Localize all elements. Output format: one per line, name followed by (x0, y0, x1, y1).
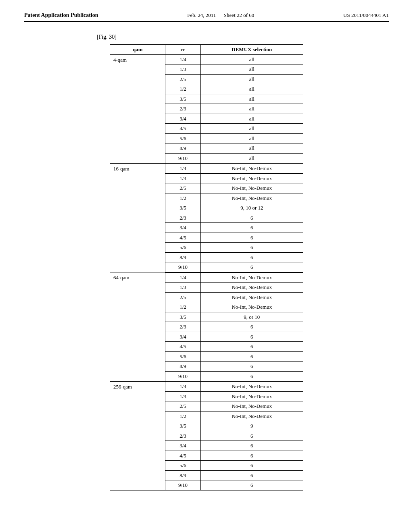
col-qam-header: qam (110, 45, 165, 55)
demux-cell: 6 (200, 322, 303, 332)
demux-cell: all (200, 64, 303, 75)
qam-cell: 256-qam (110, 381, 165, 490)
cr-cell: 8/9 (165, 362, 200, 372)
demux-cell: 6 (200, 243, 303, 253)
demux-cell: 6 (200, 461, 303, 471)
demux-cell: 6 (200, 441, 303, 451)
cr-cell: 1/3 (165, 64, 200, 75)
cr-cell: 1/3 (165, 283, 200, 293)
demux-cell: No-Int, No-Demux (200, 302, 303, 312)
cr-cell: 2/5 (165, 292, 200, 302)
cr-cell: 2/5 (165, 74, 200, 84)
qam-cell: 64-qam (110, 272, 165, 382)
cr-cell: 2/3 (165, 322, 200, 332)
demux-cell: No-Int, No-Demux (200, 272, 303, 283)
qam-cell: 4-qam (110, 54, 165, 163)
demux-cell: all (200, 84, 303, 94)
col-demux-header: DEMUX selection (200, 45, 303, 55)
demux-cell: No-Int, No-Demux (200, 173, 303, 183)
demux-cell: all (200, 153, 303, 163)
cr-cell: 8/9 (165, 252, 200, 262)
demux-cell: 6 (200, 431, 303, 441)
cr-cell: 3/5 (165, 203, 200, 213)
table-row: 4-qam1/4all (110, 54, 303, 64)
cr-cell: 2/5 (165, 401, 200, 411)
demux-cell: 6 (200, 480, 303, 490)
demux-cell: No-Int, No-Demux (200, 292, 303, 302)
demux-cell: 6 (200, 470, 303, 480)
demux-cell: No-Int, No-Demux (200, 163, 303, 173)
cr-cell: 5/6 (165, 461, 200, 471)
cr-cell: 5/6 (165, 351, 200, 362)
demux-cell: No-Int, No-Demux (200, 401, 303, 411)
cr-cell: 1/4 (165, 381, 200, 391)
cr-cell: 8/9 (165, 470, 200, 480)
qam-cell: 16-qam (110, 163, 165, 272)
cr-cell: 3/5 (165, 94, 200, 104)
page-header: Patent Application Publication Feb. 24, … (24, 12, 389, 22)
demux-cell: 6 (200, 371, 303, 381)
cr-cell: 9/10 (165, 262, 200, 272)
cr-cell: 1/3 (165, 391, 200, 401)
demux-cell: No-Int, No-Demux (200, 193, 303, 203)
col-cr-header: cr (165, 45, 200, 55)
cr-cell: 4/5 (165, 124, 200, 134)
demux-table: qam cr DEMUX selection 4-qam1/4all1/3all… (110, 44, 303, 490)
demux-cell: 6 (200, 451, 303, 461)
cr-cell: 1/4 (165, 54, 200, 64)
cr-cell: 2/5 (165, 183, 200, 193)
figure-label: [Fig. 30] (97, 34, 389, 40)
cr-cell: 8/9 (165, 143, 200, 154)
header-date: Feb. 24, 2011 (187, 12, 216, 18)
cr-cell: 3/4 (165, 332, 200, 342)
cr-cell: 3/5 (165, 421, 200, 431)
demux-cell: all (200, 114, 303, 124)
header-sheet: Sheet 22 of 60 (224, 12, 254, 18)
cr-cell: 5/6 (165, 243, 200, 253)
demux-cell: No-Int, No-Demux (200, 391, 303, 401)
demux-cell: 6 (200, 342, 303, 352)
cr-cell: 2/3 (165, 431, 200, 441)
demux-cell: 9, or 10 (200, 312, 303, 322)
header-date-sheet: Feb. 24, 2011 Sheet 22 of 60 (187, 12, 254, 19)
cr-cell: 2/3 (165, 104, 200, 114)
demux-cell: all (200, 143, 303, 154)
demux-cell: No-Int, No-Demux (200, 411, 303, 421)
demux-cell: No-Int, No-Demux (200, 283, 303, 293)
demux-cell: 9, 10 or 12 (200, 203, 303, 213)
table-header-row: qam cr DEMUX selection (110, 45, 303, 55)
cr-cell: 9/10 (165, 153, 200, 163)
demux-cell: No-Int, No-Demux (200, 381, 303, 391)
cr-cell: 3/4 (165, 441, 200, 451)
demux-cell: all (200, 124, 303, 134)
cr-cell: 5/6 (165, 133, 200, 143)
cr-cell: 3/5 (165, 312, 200, 322)
demux-cell: all (200, 74, 303, 84)
cr-cell: 1/4 (165, 163, 200, 173)
table-row: 16-qam1/4No-Int, No-Demux (110, 163, 303, 173)
demux-cell: 6 (200, 332, 303, 342)
demux-cell: 6 (200, 262, 303, 272)
demux-cell: 6 (200, 351, 303, 362)
demux-cell: 6 (200, 233, 303, 243)
cr-cell: 1/4 (165, 272, 200, 283)
page: Patent Application Publication Feb. 24, … (0, 0, 413, 532)
cr-cell: 4/5 (165, 451, 200, 461)
cr-cell: 9/10 (165, 371, 200, 381)
table-row: 64-qam1/4No-Int, No-Demux (110, 272, 303, 283)
cr-cell: 4/5 (165, 233, 200, 243)
demux-cell: all (200, 94, 303, 104)
demux-cell: all (200, 54, 303, 64)
cr-cell: 3/4 (165, 114, 200, 124)
demux-cell: 6 (200, 252, 303, 262)
table-container: qam cr DEMUX selection 4-qam1/4all1/3all… (24, 44, 389, 490)
cr-cell: 1/2 (165, 302, 200, 312)
header-left-text: Patent Application Publication (24, 12, 98, 19)
demux-cell: all (200, 133, 303, 143)
demux-cell: all (200, 104, 303, 114)
demux-cell: 6 (200, 223, 303, 233)
cr-cell: 1/3 (165, 173, 200, 183)
cr-cell: 1/2 (165, 84, 200, 94)
cr-cell: 4/5 (165, 342, 200, 352)
demux-cell: 6 (200, 362, 303, 372)
